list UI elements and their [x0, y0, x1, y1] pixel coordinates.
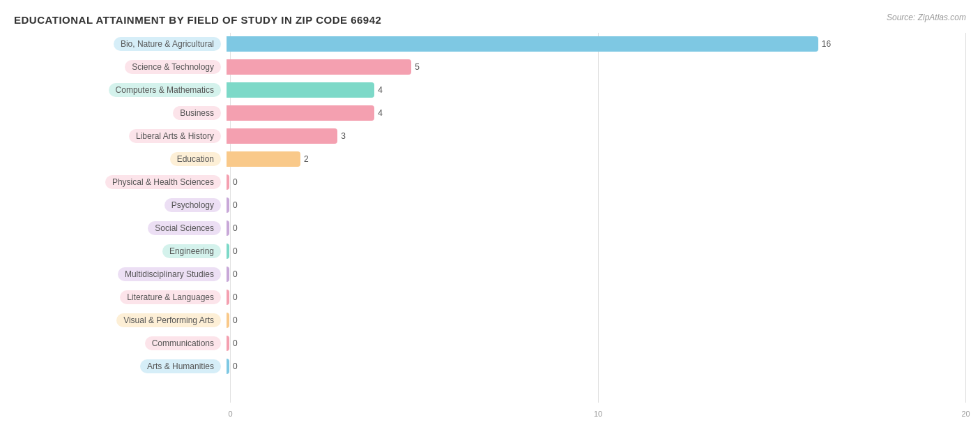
bar-label: Psychology	[14, 198, 227, 212]
bar-fill	[227, 151, 300, 167]
bar-label: Computers & Mathematics	[14, 83, 227, 97]
bar-value: 2	[304, 154, 309, 164]
bar-row: Education2	[14, 148, 966, 170]
bar-fill	[227, 244, 229, 259]
bar-value: 0	[233, 292, 238, 302]
bar-value: 0	[233, 269, 238, 279]
bar-label-pill: Science & Technology	[125, 60, 221, 74]
bar-fill	[227, 290, 229, 305]
bar-label-pill: Bio, Nature & Agricultural	[114, 37, 221, 51]
bar-label: Science & Technology	[14, 60, 227, 74]
bar-fill	[227, 197, 229, 213]
grid-label: 20	[961, 410, 970, 418]
bar-label: Liberal Arts & History	[14, 129, 227, 143]
bar-track: 0	[227, 311, 966, 329]
bar-fill	[227, 174, 229, 190]
bar-label-pill: Liberal Arts & History	[129, 129, 221, 143]
bar-fill	[227, 59, 411, 75]
bar-label: Social Sciences	[14, 221, 227, 235]
bar-value: 5	[415, 62, 420, 72]
bar-track: 0	[227, 334, 966, 352]
bar-label-pill: Engineering	[162, 244, 221, 258]
bar-value: 4	[378, 108, 383, 118]
bar-fill	[227, 221, 229, 236]
chart-title: EDUCATIONAL ATTAINMENT BY FIELD OF STUDY…	[14, 14, 966, 26]
bar-row: Communications0	[14, 332, 966, 354]
bar-track: 0	[227, 242, 966, 260]
source-label: Source: ZipAtlas.com	[887, 13, 966, 22]
bar-label: Bio, Nature & Agricultural	[14, 37, 227, 51]
bar-label-pill: Computers & Mathematics	[109, 83, 221, 97]
bar-fill	[227, 82, 374, 98]
bar-track: 4	[227, 81, 966, 99]
bar-value: 0	[233, 246, 238, 256]
bar-label-pill: Business	[173, 106, 221, 120]
bar-track: 3	[227, 127, 966, 145]
bar-row: Visual & Performing Arts0	[14, 309, 966, 331]
bar-track: 0	[227, 219, 966, 237]
bar-label: Arts & Humanities	[14, 359, 227, 373]
bar-row: Psychology0	[14, 194, 966, 216]
bar-fill	[227, 359, 229, 374]
bar-track: 0	[227, 173, 966, 191]
bar-label: Communications	[14, 336, 227, 350]
bar-label: Multidisciplinary Studies	[14, 267, 227, 281]
bar-value: 0	[233, 361, 238, 371]
bar-row: Liberal Arts & History3	[14, 125, 966, 147]
bar-label-pill: Visual & Performing Arts	[116, 313, 221, 327]
bar-value: 4	[378, 85, 383, 95]
bar-fill	[227, 36, 818, 52]
chart-area: 01020 Bio, Nature & Agricultural16Scienc…	[14, 33, 966, 424]
bar-label-pill: Arts & Humanities	[140, 359, 221, 373]
chart-container: EDUCATIONAL ATTAINMENT BY FIELD OF STUDY…	[0, 0, 980, 441]
bar-track: 5	[227, 58, 966, 76]
bar-row: Arts & Humanities0	[14, 355, 966, 378]
bar-track: 4	[227, 104, 966, 122]
bar-value: 0	[233, 223, 238, 233]
bar-row: Science & Technology5	[14, 56, 966, 78]
bar-track: 0	[227, 265, 966, 283]
bar-label: Visual & Performing Arts	[14, 313, 227, 327]
bar-row: Computers & Mathematics4	[14, 79, 966, 101]
bar-fill	[227, 128, 337, 144]
bar-label: Literature & Languages	[14, 290, 227, 304]
bar-row: Engineering0	[14, 240, 966, 262]
bar-fill	[227, 336, 229, 351]
bar-value: 16	[822, 39, 831, 49]
bar-value: 0	[233, 200, 238, 210]
bars-area: Bio, Nature & Agricultural16Science & Te…	[14, 33, 966, 403]
grid-label: 0	[228, 410, 232, 418]
bar-label: Physical & Health Sciences	[14, 175, 227, 189]
bar-track: 0	[227, 196, 966, 214]
bar-row: Physical & Health Sciences0	[14, 171, 966, 193]
bar-row: Bio, Nature & Agricultural16	[14, 33, 966, 55]
bar-row: Social Sciences0	[14, 217, 966, 239]
bar-track: 0	[227, 288, 966, 306]
bar-label-pill: Education	[170, 152, 221, 166]
bar-track: 16	[227, 35, 966, 53]
bar-value: 0	[233, 315, 238, 325]
bar-fill	[227, 267, 229, 282]
bar-label-pill: Social Sciences	[148, 221, 221, 235]
bar-label-pill: Physical & Health Sciences	[105, 175, 221, 189]
bar-label: Business	[14, 106, 227, 120]
bar-label-pill: Multidisciplinary Studies	[118, 267, 221, 281]
bar-track: 0	[227, 357, 966, 375]
bar-row: Business4	[14, 102, 966, 124]
bar-fill	[227, 105, 374, 121]
bar-value: 0	[233, 338, 238, 348]
bar-label: Engineering	[14, 244, 227, 258]
bar-label-pill: Psychology	[164, 198, 221, 212]
grid-label: 10	[594, 410, 602, 418]
bar-label: Education	[14, 152, 227, 166]
bar-row: Literature & Languages0	[14, 286, 966, 308]
bar-track: 2	[227, 150, 966, 168]
bar-fill	[227, 313, 229, 328]
bar-row: Multidisciplinary Studies0	[14, 263, 966, 285]
bar-label-pill: Literature & Languages	[120, 290, 221, 304]
bar-value: 0	[233, 177, 238, 187]
bar-value: 3	[341, 131, 346, 141]
bar-label-pill: Communications	[145, 336, 221, 350]
